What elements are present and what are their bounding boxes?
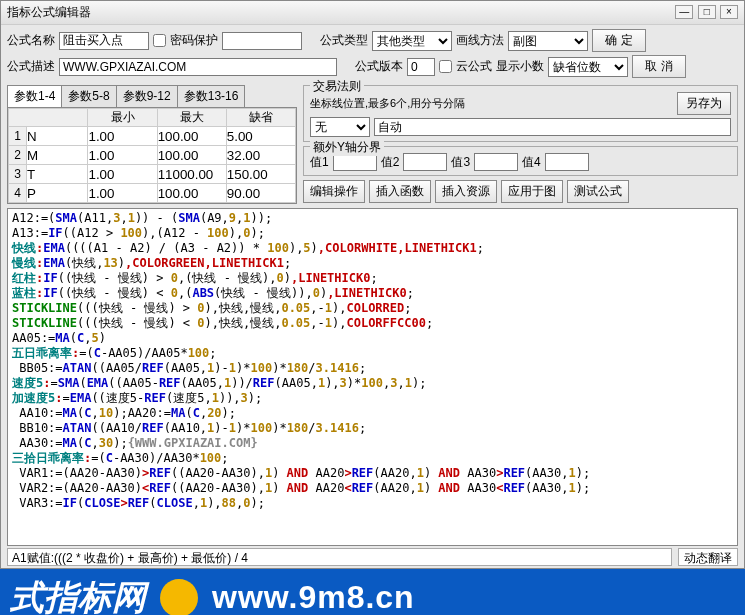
version-input[interactable] bbox=[407, 58, 435, 76]
type-select[interactable]: 其他类型 bbox=[372, 31, 452, 51]
rule-select[interactable]: 无 bbox=[310, 117, 370, 137]
label-v3: 值3 bbox=[451, 154, 470, 171]
formula-name-input[interactable] bbox=[59, 32, 149, 50]
password-checkbox[interactable] bbox=[153, 34, 166, 47]
cloud-checkbox[interactable] bbox=[439, 60, 452, 73]
param-def-4[interactable] bbox=[227, 184, 295, 202]
param-min-2[interactable] bbox=[88, 146, 156, 164]
label-v4: 值4 bbox=[522, 154, 541, 171]
label-rule: 交易法则 bbox=[310, 78, 364, 95]
cancel-button[interactable]: 取 消 bbox=[632, 55, 686, 78]
minimize-icon[interactable]: — bbox=[675, 5, 693, 19]
label-name: 公式名称 bbox=[7, 32, 55, 49]
label-type: 公式类型 bbox=[320, 32, 368, 49]
label-v2: 值2 bbox=[381, 154, 400, 171]
maximize-icon[interactable]: □ bbox=[698, 5, 716, 19]
editop-button[interactable]: 编辑操作 bbox=[303, 180, 365, 203]
rule-hint: 坐标线位置,最多6个,用分号分隔 bbox=[310, 96, 465, 111]
banner-text: 式指标网 bbox=[10, 575, 146, 616]
rule-text-input[interactable] bbox=[374, 118, 731, 136]
window-title: 指标公式编辑器 bbox=[7, 4, 91, 21]
saveas-button[interactable]: 另存为 bbox=[677, 92, 731, 115]
param-name-2[interactable] bbox=[27, 146, 87, 164]
status-translate[interactable]: 动态翻译 bbox=[678, 548, 738, 566]
label-draw: 画线方法 bbox=[456, 32, 504, 49]
y2-input[interactable] bbox=[403, 153, 447, 171]
insres-button[interactable]: 插入资源 bbox=[435, 180, 497, 203]
param-max-4[interactable] bbox=[158, 184, 226, 202]
param-max-1[interactable] bbox=[158, 127, 226, 145]
banner: 式指标网 www.9m8.cn bbox=[0, 569, 745, 615]
apply-button[interactable]: 应用于图 bbox=[501, 180, 563, 203]
param-name-3[interactable] bbox=[27, 165, 87, 183]
close-icon[interactable]: × bbox=[720, 5, 738, 19]
label-dec: 显示小数 bbox=[496, 58, 544, 75]
label-cloud: 云公式 bbox=[456, 58, 492, 75]
tab-params-4[interactable]: 参数13-16 bbox=[177, 85, 246, 107]
param-def-2[interactable] bbox=[227, 146, 295, 164]
status-text: A1赋值:(((2 * 收盘价) + 最高价) + 最低价) / 4 bbox=[7, 548, 672, 566]
banner-logo-icon bbox=[160, 579, 198, 616]
ok-button[interactable]: 确 定 bbox=[592, 29, 646, 52]
param-def-1[interactable] bbox=[227, 127, 295, 145]
tab-params-2[interactable]: 参数5-8 bbox=[61, 85, 116, 107]
param-max-3[interactable] bbox=[158, 165, 226, 183]
label-v1: 值1 bbox=[310, 154, 329, 171]
code-editor[interactable]: A12:=(SMA(A11,3,1)) - (SMA(A9,9,1));A13:… bbox=[7, 208, 738, 546]
draw-select[interactable]: 副图 bbox=[508, 31, 588, 51]
y4-input[interactable] bbox=[545, 153, 589, 171]
param-name-4[interactable] bbox=[27, 184, 87, 202]
label-desc: 公式描述 bbox=[7, 58, 55, 75]
password-input[interactable] bbox=[222, 32, 302, 50]
y3-input[interactable] bbox=[474, 153, 518, 171]
param-max-2[interactable] bbox=[158, 146, 226, 164]
decimals-select[interactable]: 缺省位数 bbox=[548, 57, 628, 77]
label-extra: 额外Y轴分界 bbox=[310, 139, 384, 156]
desc-input[interactable] bbox=[59, 58, 337, 76]
tab-params-1[interactable]: 参数1-4 bbox=[7, 85, 62, 107]
param-min-1[interactable] bbox=[88, 127, 156, 145]
insfn-button[interactable]: 插入函数 bbox=[369, 180, 431, 203]
param-name-1[interactable] bbox=[27, 127, 87, 145]
tab-params-3[interactable]: 参数9-12 bbox=[116, 85, 178, 107]
label-ver: 公式版本 bbox=[355, 58, 403, 75]
label-pwd: 密码保护 bbox=[170, 32, 218, 49]
test-button[interactable]: 测试公式 bbox=[567, 180, 629, 203]
param-def-3[interactable] bbox=[227, 165, 295, 183]
banner-url: www.9m8.cn bbox=[212, 579, 415, 615]
param-min-4[interactable] bbox=[88, 184, 156, 202]
param-min-3[interactable] bbox=[88, 165, 156, 183]
